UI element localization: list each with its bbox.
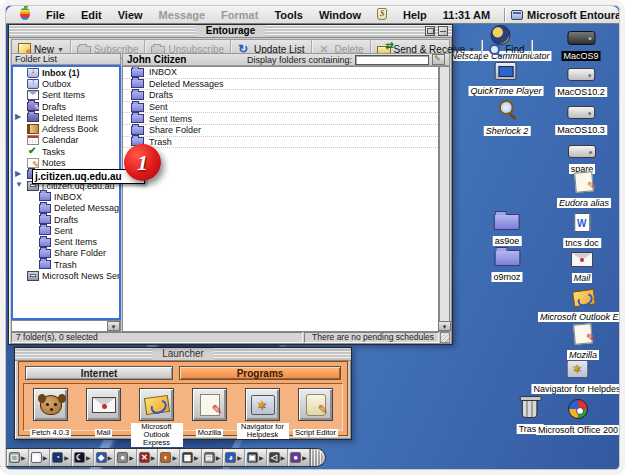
desktop-icon-eudora-alias[interactable]: Eudora alias: [557, 172, 611, 210]
desktop-icon-o9moz[interactable]: o9moz: [491, 250, 522, 284]
control-strip-module-sound-volume[interactable]: ◁▶: [267, 449, 289, 466]
desktop-icon-microsoft-office-200[interactable]: Microsoft Office 200: [536, 399, 620, 437]
sidebar-item-address-book[interactable]: Address Book: [13, 123, 119, 134]
sidebar-item-trash[interactable]: Trash: [13, 259, 119, 270]
sidebar-item-outbox[interactable]: Outbox: [13, 78, 119, 89]
desktop-icon-as9oe[interactable]: as9oe: [493, 214, 522, 248]
energy-icon: ☾: [74, 452, 85, 463]
filter-edit-button[interactable]: [432, 54, 445, 65]
folder-icon: [131, 68, 144, 77]
filter-input[interactable]: [355, 55, 429, 65]
control-strip-module-keychain[interactable]: ●▶: [115, 449, 137, 466]
folder-row-drafts[interactable]: Drafts: [123, 90, 438, 102]
sidebar-item-microsoft-news-server[interactable]: Microsoft News Server: [13, 270, 119, 281]
folder-row-label: Deleted Messages: [149, 79, 224, 89]
desktop-icon-macos9[interactable]: MacOS9: [561, 31, 600, 63]
desktop-icon-mail[interactable]: Mail: [571, 252, 593, 285]
control-strip-module-print-monitor[interactable]: ✕▶: [137, 449, 159, 466]
menu-item-edit[interactable]: Edit: [73, 9, 110, 21]
sidebar-item-drafts[interactable]: Drafts: [13, 214, 119, 225]
application-menu[interactable]: Microsoft Entourage: [527, 9, 625, 21]
launcher-button-microsoft-outlook-express[interactable]: [139, 388, 174, 421]
sidebar-item-label: Trash: [54, 260, 77, 270]
launcher-slot: Mail: [78, 388, 130, 439]
scroll-down-arrow[interactable]: ▾: [438, 321, 451, 331]
collapse-box-button[interactable]: [438, 26, 448, 36]
folder-row-inbox[interactable]: INBOX: [123, 67, 438, 79]
find-button[interactable]: Find: [482, 40, 531, 58]
desktop-icon-microsoft-outlook-exp[interactable]: Microsoft Outlook Exp: [538, 290, 625, 324]
control-strip-module-monitors[interactable]: ▣▶: [245, 449, 267, 466]
callout-badge-1: 1: [124, 144, 161, 181]
control-strip-module-printer[interactable]: ▤▶: [202, 449, 224, 466]
folder-row-share-folder[interactable]: Share Folder: [123, 125, 438, 137]
sidebar-item-sent-items[interactable]: Sent Items: [13, 236, 119, 247]
folder-row-trash[interactable]: Trash: [123, 137, 438, 149]
launcher-button-navigator-for-helpdesk[interactable]: [245, 388, 280, 421]
launcher-titlebar[interactable]: Launcher: [15, 348, 351, 361]
folder-row-sent-items[interactable]: Sent Items: [123, 113, 438, 125]
control-strip-module-quicktime[interactable]: ◕▶: [223, 449, 245, 466]
menu-item-help[interactable]: Help: [395, 9, 435, 21]
disclosure-triangle-icon[interactable]: ▶: [15, 112, 21, 121]
desktop-icon-quicktime-player[interactable]: QuickTime Player: [469, 62, 544, 98]
sidebar-item-tasks[interactable]: Tasks: [13, 146, 119, 157]
vertical-scrollbar[interactable]: ▾: [439, 66, 450, 332]
clock-icon: ◔: [52, 452, 63, 463]
zoom-box-button[interactable]: [425, 26, 435, 36]
sentitems-icon: [27, 90, 39, 100]
entourage-titlebar[interactable]: Entourage: [9, 25, 452, 38]
module-popup-arrow-icon: ▶: [194, 454, 199, 461]
sidebar-item-deleted-items[interactable]: ▶Deleted Items: [13, 112, 119, 123]
menu-item-file[interactable]: File: [38, 9, 73, 21]
launcher-button-script-editor[interactable]: [298, 388, 333, 421]
sidebar-item-sent[interactable]: Sent: [13, 225, 119, 236]
scroll-down-arrow[interactable]: ▾: [107, 321, 120, 331]
folder-row-sent[interactable]: Sent: [123, 102, 438, 114]
disclosure-triangle-icon[interactable]: ▼: [15, 180, 23, 189]
desktop-icon-macos10-2[interactable]: MacOS10.2: [555, 68, 607, 99]
sherlock-icon: [497, 100, 517, 120]
control-strip-tab[interactable]: [310, 449, 323, 466]
desktop-icon-mozilla[interactable]: Mozilla: [567, 324, 599, 362]
desktop-icon-tncs-doc[interactable]: tncs doc: [563, 213, 601, 250]
control-strip[interactable]: ▢▶▣▶◔▶☾▶◆▶●▶✕▶◐▶▦▶▤▶◕▶▣▶◁▶●▶: [0, 448, 326, 467]
sidebar-item-deleted-messages[interactable]: Deleted Messages: [13, 203, 119, 214]
tab-programs[interactable]: Programs: [179, 366, 341, 380]
control-strip-module-window[interactable]: ▣▶: [29, 449, 51, 466]
desktop-icon-sherlock-2[interactable]: Sherlock 2: [484, 100, 531, 138]
menu-item-view[interactable]: View: [110, 9, 151, 21]
control-strip-module-color-depth[interactable]: ◐▶: [158, 449, 180, 466]
sidebar-item-inbox-1-[interactable]: Inbox (1): [13, 67, 119, 78]
desktop-icon-label: Eudora alias: [557, 198, 611, 208]
disclosure-triangle-icon[interactable]: ▶: [15, 169, 21, 178]
resize-grip[interactable]: [440, 332, 450, 343]
sidebar-item-share-folder[interactable]: Share Folder: [13, 248, 119, 259]
control-strip-grip[interactable]: [0, 449, 7, 466]
launcher-button-mozilla[interactable]: [192, 388, 227, 421]
control-strip-module-energy[interactable]: ☾▶: [72, 449, 94, 466]
sidebar-item-label: Tasks: [42, 147, 65, 157]
monitors-icon: ▣: [247, 452, 258, 463]
control-strip-module-display[interactable]: ▢▶: [7, 449, 29, 466]
folder-row-deleted-messages[interactable]: Deleted Messages: [123, 79, 438, 91]
desktop-icon-macos10-3[interactable]: MacOS10.3: [555, 106, 607, 137]
module-popup-arrow-icon: ▶: [108, 454, 113, 461]
menu-item-window[interactable]: Window: [311, 9, 369, 21]
menu-divider: [504, 8, 505, 22]
control-strip-module-media-eject[interactable]: ●▶: [288, 449, 310, 466]
menu-item-apple[interactable]: [12, 8, 38, 22]
control-strip-module-resolution[interactable]: ▦▶: [180, 449, 202, 466]
folder-list-hscroll[interactable]: ▾: [11, 320, 121, 332]
desktop-icon-navigator-for-helpdes[interactable]: Navigator for Helpdes: [531, 360, 622, 396]
drafts-icon: [27, 102, 39, 111]
sidebar-item-label: Calendar: [42, 135, 79, 145]
control-strip-module-clock[interactable]: ◔▶: [50, 449, 72, 466]
launcher-button-mail[interactable]: [86, 388, 121, 421]
tab-internet[interactable]: Internet: [25, 366, 173, 380]
menu-item-tools[interactable]: Tools: [266, 9, 311, 21]
menu-item-script[interactable]: [369, 8, 395, 22]
sidebar-item-inbox[interactable]: INBOX: [13, 191, 119, 202]
control-strip-module-file-sharing[interactable]: ◆▶: [94, 449, 116, 466]
launcher-button-fetch-4-0-3[interactable]: [33, 388, 68, 421]
